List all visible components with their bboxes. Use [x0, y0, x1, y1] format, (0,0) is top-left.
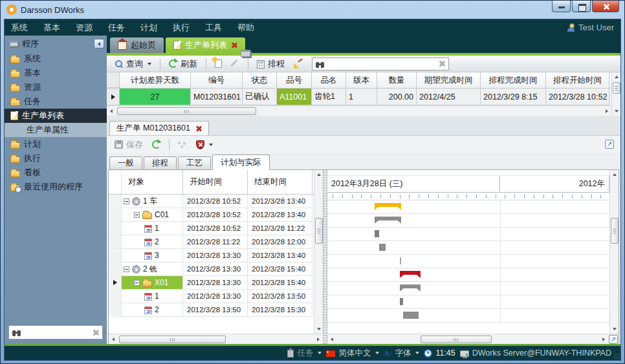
gantt-row[interactable] — [327, 214, 609, 228]
gantt-bar-task[interactable] — [403, 312, 419, 319]
column-header[interactable]: 数量 — [377, 72, 417, 88]
menu-item-3[interactable]: 任务 — [108, 22, 125, 34]
window-list-icon[interactable] — [241, 50, 250, 57]
gantt-bar-task[interactable] — [400, 257, 402, 264]
gantt-row[interactable] — [327, 309, 609, 323]
menu-item-7[interactable]: 帮助 — [237, 22, 254, 34]
column-start-time[interactable]: 开始时间 — [183, 170, 248, 194]
refresh-detail-button[interactable] — [149, 139, 163, 150]
tree-row[interactable]: 2 铣2012/3/28 13:302012/3/28 15:40 — [109, 262, 314, 276]
clean-button[interactable] — [291, 58, 305, 70]
scroll-left-button[interactable] — [327, 335, 336, 344]
cancel-confirm-button[interactable] — [193, 139, 215, 151]
gantt-bar-task[interactable] — [400, 298, 403, 305]
minimize-button[interactable] — [552, 1, 571, 12]
scroll-down-button[interactable] — [612, 107, 621, 116]
grid-data-row[interactable]: 27M012031601已确认A11001齿轮11200.002012/4/25… — [107, 89, 611, 105]
tree-object-cell[interactable]: 2 — [122, 235, 183, 249]
column-header[interactable]: 状态 — [243, 72, 277, 88]
column-header[interactable]: 编号 — [191, 72, 243, 88]
menu-item-1[interactable]: 基本 — [43, 22, 60, 34]
tab-plan-vs-actual[interactable]: 计划与实际 — [212, 155, 270, 170]
status-tasks[interactable]: 任务 — [287, 348, 322, 359]
sidebar-item[interactable]: 系统 — [5, 52, 107, 66]
tree-row[interactable]: 22012/3/28 11:222012/3/28 12:00 — [109, 235, 314, 249]
scroll-down-button[interactable] — [314, 325, 323, 334]
tree-object-cell[interactable]: 2 — [122, 303, 183, 317]
detail-tab-close-icon[interactable] — [195, 125, 202, 132]
sidebar-collapse-button[interactable] — [94, 39, 104, 48]
column-header[interactable]: 版本 — [346, 72, 377, 88]
sidebar-item[interactable]: 生产单列表 — [5, 109, 107, 123]
tab-close-icon[interactable] — [231, 42, 237, 48]
expander-icon[interactable] — [124, 266, 129, 272]
refresh-button[interactable]: 刷新 — [166, 57, 200, 71]
title-bar[interactable]: Darsson DWorks — [4, 1, 621, 19]
tree-object-cell[interactable]: 1 车 — [122, 195, 183, 208]
menu-item-4[interactable]: 计划 — [140, 22, 157, 34]
grid-search-box[interactable] — [312, 58, 449, 70]
detail-document-tab[interactable]: 生产单 M012031601 — [109, 121, 209, 135]
gantt-vscrollbar[interactable] — [609, 170, 619, 334]
grid-search-input[interactable] — [327, 59, 435, 69]
expander-icon[interactable] — [124, 198, 129, 204]
gantt-row[interactable] — [327, 268, 609, 282]
sidebar-item[interactable]: 生产单属性 — [5, 123, 107, 137]
edit-button[interactable] — [228, 58, 242, 69]
sidebar-item[interactable]: 资源 — [5, 80, 107, 94]
gantt-row[interactable] — [327, 255, 609, 268]
tree-object-cell[interactable]: 2 铣 — [122, 262, 183, 276]
clear-search-icon[interactable] — [438, 60, 445, 67]
open-in-window-icon[interactable] — [609, 335, 618, 344]
sidebar-item[interactable]: 最近使用的程序 — [5, 180, 107, 194]
tab-general[interactable]: 一般 — [109, 156, 142, 170]
tree-object-cell[interactable]: 3 — [122, 249, 183, 262]
column-end-time[interactable]: 结束时间 — [248, 170, 312, 194]
status-font[interactable]: 字体 — [384, 348, 419, 359]
sidebar-item[interactable]: 基本 — [5, 66, 107, 80]
scrollbar-thumb[interactable] — [421, 336, 492, 343]
tree-row[interactable]: 12012/3/28 13:302012/3/28 13:50 — [109, 290, 314, 303]
grid-vscrollbar[interactable] — [611, 72, 620, 116]
gantt-bar-task[interactable] — [379, 244, 385, 251]
open-in-window-icon[interactable] — [605, 140, 614, 149]
tree-object-cell[interactable]: X01 — [122, 276, 183, 290]
tab-home[interactable]: 起始页 — [110, 37, 164, 53]
scroll-up-button[interactable] — [314, 170, 323, 179]
tree-row[interactable]: 32012/3/28 13:302012/3/28 13:40 — [109, 249, 314, 262]
column-header[interactable]: 品名 — [312, 72, 346, 88]
scroll-right-button[interactable] — [602, 107, 611, 116]
sidebar-item[interactable]: 任务 — [5, 94, 107, 109]
scrollbar-thumb[interactable] — [613, 82, 620, 94]
grid-cell[interactable]: M012031601 — [191, 89, 243, 105]
scroll-right-button[interactable] — [599, 335, 608, 344]
grid-cell[interactable]: 已确认 — [243, 89, 277, 105]
scrollbar-thumb[interactable] — [119, 336, 226, 343]
scroll-left-button[interactable] — [107, 107, 116, 116]
column-header[interactable]: 排程开始时间 — [546, 72, 609, 88]
tree-object-cell[interactable]: 1 — [122, 222, 183, 235]
gantt-row[interactable] — [327, 282, 609, 295]
maximize-button[interactable] — [572, 1, 591, 12]
grid-hscrollbar[interactable] — [107, 105, 611, 116]
tree-row[interactable]: C012012/3/28 10:522012/3/28 13:40 — [109, 208, 314, 222]
tree-vscrollbar[interactable] — [314, 170, 323, 334]
scroll-left-button[interactable] — [109, 335, 118, 344]
current-user[interactable]: Test User — [567, 23, 614, 32]
scroll-up-button[interactable] — [610, 170, 619, 179]
gantt-row[interactable] — [327, 200, 609, 214]
workflow-button[interactable] — [175, 140, 190, 150]
pane-splitter[interactable] — [323, 170, 327, 344]
scroll-right-button[interactable] — [314, 335, 323, 344]
grid-cell[interactable]: 2012/4/25 — [417, 89, 481, 105]
gantt-hscrollbar[interactable] — [327, 334, 619, 344]
gantt-bar-task[interactable] — [375, 230, 379, 237]
scroll-up-button[interactable] — [612, 72, 621, 81]
scrollbar-thumb[interactable] — [117, 107, 256, 115]
gantt-row[interactable] — [327, 241, 609, 255]
grid-cell[interactable]: 2012/3/28 10:52 — [546, 89, 609, 105]
tab-production-order-list[interactable]: 生产单列表 — [166, 37, 245, 53]
sidebar-item[interactable]: 计划 — [5, 137, 107, 151]
menu-item-6[interactable]: 工具 — [205, 22, 222, 34]
column-header[interactable]: 计划差异天数 — [120, 72, 191, 88]
